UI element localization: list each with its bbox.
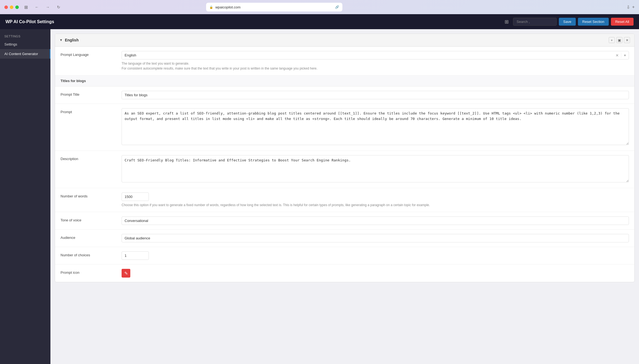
app-header: WP AI Co-Pilot Settings ⊞ Save Reset Sec… <box>0 14 639 29</box>
field-row-prompt-language: Prompt Language English ✕ ▼ The language… <box>55 47 634 76</box>
back-button[interactable]: ← <box>33 3 41 11</box>
audience-input[interactable] <box>122 234 629 242</box>
prompt-language-description: The language of the text you want to gen… <box>122 61 629 71</box>
field-row-prompt-title: Prompt Title <box>55 86 634 104</box>
search-input[interactable] <box>513 18 557 26</box>
number-of-choices-control <box>122 251 629 260</box>
prompt-title-label: Prompt Title <box>61 91 115 97</box>
reset-section-button[interactable]: Reset Section <box>578 18 609 26</box>
number-of-words-description: Choose this option if you want to genera… <box>122 203 629 207</box>
section-close-button[interactable]: ✕ <box>624 37 630 43</box>
section-content: Prompt Language English ✕ ▼ The language… <box>55 47 634 282</box>
section-title-area: ▼ English <box>59 38 79 42</box>
subsection-title-text: Titles for blogs <box>61 79 86 83</box>
field-row-tone-of-voice: Tone of voice <box>55 212 634 230</box>
tone-of-voice-input[interactable] <box>122 216 629 225</box>
reset-all-button[interactable]: Reset All <box>611 18 634 26</box>
sidebar-item-settings[interactable]: Settings <box>0 40 50 49</box>
close-traffic-light[interactable] <box>4 5 8 9</box>
prompt-control: As an SEO expert, craft a list of SEO-fr… <box>122 108 629 146</box>
prompt-language-value: English <box>122 51 613 59</box>
number-of-words-control: Choose this option if you want to genera… <box>122 192 629 207</box>
prompt-title-input[interactable] <box>122 91 629 99</box>
sidebar-toggle-button[interactable]: ⊞ <box>22 3 30 11</box>
sidebar-ai-content-text: AI Content Generator <box>4 52 38 56</box>
sidebar: Settings Settings AI Content Generator <box>0 29 50 364</box>
tone-of-voice-control <box>122 216 629 225</box>
section-card: ▼ English + ▣ ✕ Prompt Language <box>55 34 635 282</box>
audience-control <box>122 234 629 242</box>
grid-icon[interactable]: ⊞ <box>502 18 511 26</box>
chain-icon: 🔗 <box>335 5 339 9</box>
app-title: WP AI Co-Pilot Settings <box>5 19 502 24</box>
tone-of-voice-label: Tone of voice <box>61 216 115 222</box>
url-text: wpaicopilot.com <box>215 5 241 9</box>
section-header: ▼ English + ▣ ✕ <box>55 34 634 47</box>
header-actions: ⊞ Save Reset Section Reset All <box>502 18 634 26</box>
prompt-title-control <box>122 91 629 99</box>
section-copy-button[interactable]: ▣ <box>616 37 622 43</box>
browser-chrome: ⊞ ← → ↻ 🔒 wpaicopilot.com 🔗 ⇩ + <box>0 0 639 14</box>
lock-icon: 🔒 <box>209 5 213 9</box>
field-row-prompt-icon: Prompt icon ✎ <box>55 264 634 282</box>
new-tab-icon[interactable]: + <box>632 5 635 10</box>
prompt-icon-symbol: ✎ <box>124 271 128 276</box>
audience-label: Audience <box>61 234 115 240</box>
section-title: English <box>65 38 79 42</box>
section-actions: + ▣ ✕ <box>609 37 630 43</box>
app-body: Settings Settings AI Content Generator ▼… <box>0 29 639 364</box>
prompt-icon-label: Prompt icon <box>61 269 115 275</box>
prompt-language-desc-line1: The language of the text you want to gen… <box>122 62 189 65</box>
sidebar-settings-label: Settings <box>0 31 50 40</box>
number-of-choices-label: Number of choices <box>61 251 115 257</box>
prompt-textarea[interactable]: As an SEO expert, craft a list of SEO-fr… <box>122 108 629 145</box>
subsection-header-titles-for-blogs: Titles for blogs <box>55 76 634 86</box>
description-control: Craft SEO-Friendly Blog Titles: Informat… <box>122 155 629 183</box>
description-label: Description <box>61 155 115 161</box>
save-button[interactable]: Save <box>559 18 576 26</box>
section-add-button[interactable]: + <box>609 37 615 43</box>
field-row-number-of-choices: Number of choices <box>55 247 634 264</box>
description-textarea[interactable]: Craft SEO-Friendly Blog Titles: Informat… <box>122 155 629 182</box>
sidebar-settings-text: Settings <box>4 42 17 46</box>
prompt-language-select[interactable]: English ✕ ▼ <box>122 51 629 59</box>
prompt-icon-preview[interactable]: ✎ <box>122 269 130 278</box>
traffic-lights <box>4 5 19 9</box>
reload-button[interactable]: ↻ <box>55 3 62 11</box>
field-row-audience: Audience <box>55 230 634 247</box>
minimize-traffic-light[interactable] <box>10 5 13 9</box>
prompt-language-desc-line2: For consistent autocomplete results, mak… <box>122 67 317 70</box>
select-chevron-down-icon[interactable]: ▼ <box>621 53 629 58</box>
forward-button[interactable]: → <box>44 3 52 11</box>
prompt-language-label: Prompt Language <box>61 51 115 57</box>
prompt-language-control: English ✕ ▼ The language of the text you… <box>122 51 629 71</box>
main-content: ▼ English + ▣ ✕ Prompt Language <box>50 29 639 364</box>
fullscreen-traffic-light[interactable] <box>15 5 19 9</box>
field-row-number-of-words: Number of words Choose this option if yo… <box>55 188 634 212</box>
collapse-arrow-icon[interactable]: ▼ <box>59 38 63 42</box>
sidebar-item-ai-content-generator[interactable]: AI Content Generator <box>0 49 50 59</box>
prompt-label: Prompt <box>61 108 115 114</box>
field-row-prompt: Prompt As an SEO expert, craft a list of… <box>55 104 634 151</box>
prompt-icon-control: ✎ <box>122 269 629 278</box>
download-icon[interactable]: ⇩ <box>626 5 630 10</box>
number-of-choices-input[interactable] <box>122 251 149 260</box>
browser-actions: ⇩ + <box>626 5 635 10</box>
number-of-words-label: Number of words <box>61 192 115 198</box>
field-row-description: Description Craft SEO-Friendly Blog Titl… <box>55 151 634 188</box>
select-clear-icon[interactable]: ✕ <box>613 52 621 59</box>
app-container: WP AI Co-Pilot Settings ⊞ Save Reset Sec… <box>0 14 639 364</box>
address-bar[interactable]: 🔒 wpaicopilot.com 🔗 <box>206 3 342 11</box>
number-of-words-input[interactable] <box>122 192 149 201</box>
